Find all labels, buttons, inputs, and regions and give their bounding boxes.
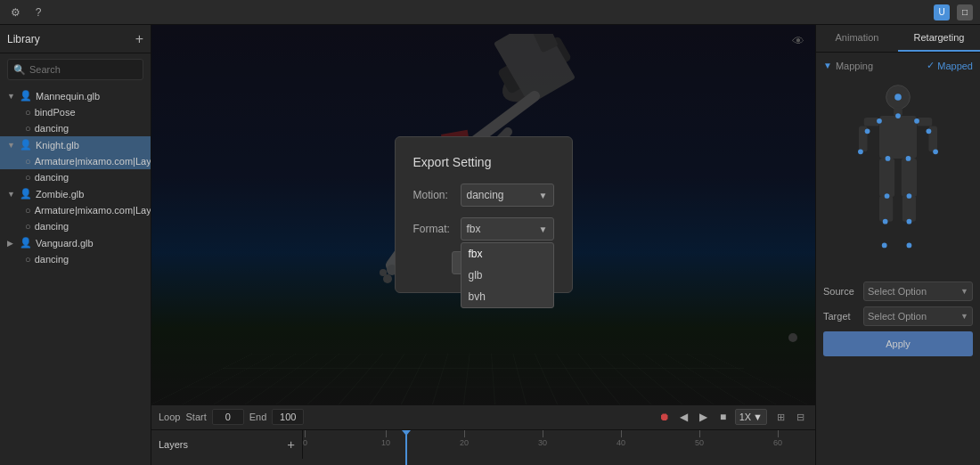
format-option-bvh[interactable]: bvh: [461, 286, 553, 307]
svg-point-32: [885, 193, 890, 199]
tree-group-knight: ▼ 👤 Knight.glb ○ Armature|mixamo.com|Lay…: [0, 136, 151, 185]
svg-rect-21: [902, 196, 916, 222]
ruler-mark-10: 10: [381, 430, 390, 447]
source-select[interactable]: Select Option ▼: [863, 281, 973, 301]
help-icon[interactable]: ?: [30, 4, 46, 20]
chevron-right-icon: ▶: [7, 239, 16, 248]
body-map-svg: [845, 78, 951, 274]
file-icon: 👤: [20, 237, 32, 249]
file-icon: 👤: [20, 139, 32, 151]
tree-group-zombie: ▼ 👤 Zombie.glb ○ Armature|mixamo.com|Lay…: [0, 185, 151, 234]
item-icon: ○: [25, 123, 31, 134]
item-icon: ○: [25, 254, 31, 265]
ruler-mark-60: 60: [773, 430, 782, 447]
viewport: 👁 Export Setting Motion: dancing: [151, 25, 815, 404]
svg-rect-13: [879, 116, 917, 159]
start-input[interactable]: [212, 409, 244, 425]
svg-point-30: [886, 156, 891, 161]
svg-point-35: [907, 219, 912, 224]
timeline-icons: ⊞ ⊟: [772, 409, 808, 425]
target-select[interactable]: Select Option ▼: [863, 306, 973, 326]
playhead[interactable]: [405, 430, 407, 465]
mannequin-dancing-label: dancing: [35, 123, 69, 134]
end-input[interactable]: [272, 409, 304, 425]
library-tree: ▼ 👤 Mannequin.glb ○ bindPose ○ dancing: [0, 86, 151, 465]
tab-retargeting[interactable]: Retargeting: [898, 25, 980, 52]
mapping-header: ▼ Mapping ✓ Mapped: [823, 60, 973, 71]
layers-add-button[interactable]: +: [287, 436, 295, 452]
settings-icon[interactable]: ⚙: [7, 4, 23, 20]
tree-group-header-vanguard[interactable]: ▶ 👤 Vanguard.glb: [0, 234, 151, 251]
timeline-ruler-area: 0 10 20 30 40 50 60 70 80 90: [303, 430, 815, 465]
knight-label: Knight.glb: [36, 140, 79, 151]
chevron-down-icon: ▼: [7, 141, 16, 150]
chevron-down-icon: ▼: [539, 191, 548, 200]
format-option-fbx[interactable]: fbx: [461, 243, 553, 265]
chevron-down-icon: ▼: [7, 92, 16, 101]
svg-rect-18: [879, 159, 894, 197]
search-box[interactable]: 🔍: [7, 59, 143, 80]
bottom-section: Loop Start End ⏺ ◀ ▶ ■ 1X ▼: [151, 404, 815, 465]
timeline-settings-icon[interactable]: ⊞: [772, 409, 788, 425]
svg-point-29: [933, 149, 938, 154]
format-select-value: fbx: [467, 223, 481, 235]
tree-item-zombie-dancing[interactable]: ○ dancing: [0, 218, 151, 234]
export-modal-overlay: Export Setting Motion: dancing ▼: [151, 25, 815, 404]
playhead-indicator: [402, 430, 411, 436]
mannequin-label: Mannequin.glb: [36, 91, 100, 102]
tree-item-knight-dancing[interactable]: ○ dancing: [0, 169, 151, 185]
format-select[interactable]: fbx ▼: [461, 217, 554, 241]
chevron-down-icon: ▼: [753, 412, 763, 422]
motion-select[interactable]: dancing ▼: [461, 184, 554, 207]
svg-rect-20: [902, 159, 917, 197]
speed-selector[interactable]: 1X ▼: [735, 409, 767, 425]
middle-row: Library + 🔍 ▼ 👤 Mannequin.glb ○ bi: [0, 25, 980, 465]
library-header: Library +: [0, 25, 151, 53]
svg-point-26: [865, 128, 870, 134]
tree-item-knight-armature[interactable]: ○ Armature|mixamo.com|Layer0: [0, 153, 151, 169]
vanguard-dancing-label: dancing: [35, 254, 69, 265]
ruler-marks: 0 10 20 30 40 50 60 70 80 90: [303, 430, 815, 465]
tree-group-header-mannequin[interactable]: ▼ 👤 Mannequin.glb: [0, 87, 151, 104]
chevron-down-icon: ▼: [539, 224, 548, 234]
tree-item-mannequin-dancing[interactable]: ○ dancing: [0, 120, 151, 136]
stop-button[interactable]: ■: [715, 409, 731, 425]
source-label: Source: [823, 286, 863, 297]
play-button[interactable]: ▶: [696, 409, 712, 425]
timeline-zoom-icon[interactable]: ⊟: [792, 409, 808, 425]
timeline-container: 0 10 20 30 40 50 60 70 80 90: [303, 430, 815, 465]
search-icon: 🔍: [13, 64, 26, 76]
svg-point-25: [914, 118, 919, 124]
mapping-toggle[interactable]: ▼ Mapping: [823, 61, 873, 71]
record-button[interactable]: ⏺: [657, 409, 673, 425]
user-avatar[interactable]: U: [934, 4, 950, 20]
check-icon: ✓: [927, 60, 935, 71]
right-tabs: Animation Retargeting: [816, 25, 980, 53]
library-title: Library: [7, 33, 40, 45]
svg-point-33: [907, 193, 912, 199]
bottom-layers-row: Layers + 0 10 20 30 40: [151, 430, 815, 465]
format-dropdown: fbx glb bvh: [461, 242, 554, 308]
tree-item-bindpose[interactable]: ○ bindPose: [0, 104, 151, 120]
chevron-down-icon: ▼: [823, 61, 832, 70]
apply-button[interactable]: Apply: [823, 331, 973, 356]
tree-item-zombie-armature[interactable]: ○ Armature|mixamo.com|Layer0: [0, 202, 151, 218]
svg-point-37: [907, 243, 912, 249]
library-add-button[interactable]: +: [135, 32, 143, 46]
playback-controls: ⏺ ◀ ▶ ■ 1X ▼: [657, 409, 767, 425]
body-map: [823, 78, 973, 274]
svg-point-22: [894, 94, 902, 101]
tab-animation[interactable]: Animation: [816, 25, 898, 52]
export-modal: Export Setting Motion: dancing ▼: [395, 136, 573, 293]
prev-frame-button[interactable]: ◀: [676, 409, 692, 425]
ruler-mark-0: 0: [303, 430, 307, 447]
window-icon[interactable]: □: [957, 4, 973, 20]
ruler-mark-50: 50: [695, 430, 704, 447]
tree-group-header-zombie[interactable]: ▼ 👤 Zombie.glb: [0, 185, 151, 202]
tree-item-vanguard-dancing[interactable]: ○ dancing: [0, 251, 151, 267]
format-option-glb[interactable]: glb: [461, 265, 553, 286]
search-input[interactable]: [29, 64, 137, 75]
modal-title: Export Setting: [413, 155, 554, 169]
tree-group-header-knight[interactable]: ▼ 👤 Knight.glb: [0, 136, 151, 153]
item-icon: ○: [25, 221, 31, 232]
